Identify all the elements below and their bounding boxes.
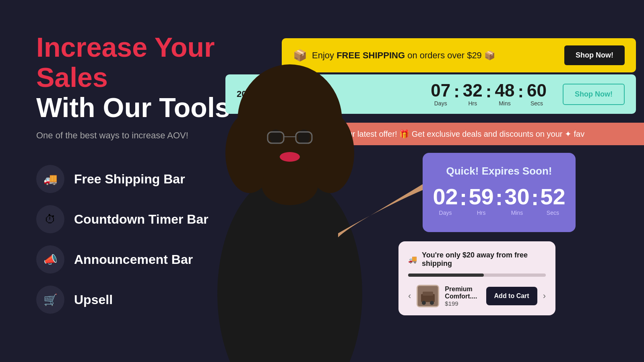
progress-bar-fill — [408, 274, 484, 277]
expires-mins-group: 30 Mins — [504, 185, 529, 216]
expires-hrs-value: 59 — [469, 185, 493, 208]
svg-point-12 — [280, 152, 300, 162]
add-to-cart-button[interactable]: Add to Cart — [486, 287, 537, 305]
expires-days-group: 02 Days — [433, 185, 458, 216]
separator-3: : — [518, 82, 524, 100]
countdown-icon: ⏱ — [36, 205, 64, 233]
expires-secs-label: Secs — [547, 210, 559, 216]
expires-hrs-label: Hrs — [477, 210, 486, 216]
woman-image — [153, 32, 427, 362]
expires-mins-label: Mins — [511, 210, 523, 216]
expires-sep-2: : — [495, 186, 503, 209]
product-name: Premium Comfort.... — [445, 286, 480, 300]
next-arrow-button[interactable]: › — [543, 291, 546, 301]
shop-now-button-countdown[interactable]: Shop Now! — [563, 84, 625, 105]
expires-secs-group: 52 Secs — [540, 185, 565, 216]
countdown-days-label: Days — [434, 100, 447, 107]
expires-title: Quick! Expires Soon! — [432, 165, 566, 177]
expires-sep-1: : — [460, 186, 467, 209]
shipping-progress-header: 🚚 You're only $20 away from free shippin… — [408, 251, 546, 268]
expires-days-label: Days — [439, 210, 452, 216]
countdown-mins-label: Mins — [499, 100, 511, 107]
separator-2: : — [486, 82, 492, 100]
product-price: $199 — [445, 300, 480, 307]
upsell-icon: 🛒 — [36, 286, 64, 314]
countdown-hrs-label: Hrs — [468, 100, 477, 107]
countdown-mins-value: 48 — [495, 82, 514, 99]
countdown-secs-value: 60 — [527, 82, 547, 99]
expires-days-value: 02 — [433, 185, 458, 208]
countdown-hrs-value: 32 — [463, 82, 483, 99]
svg-rect-18 — [423, 292, 433, 296]
expires-hrs-group: 59 Hrs — [469, 185, 493, 216]
shipping-progress-card: 🚚 You're only $20 away from free shippin… — [398, 241, 555, 315]
shipping-progress-text: You're only $20 away from free shipping — [422, 251, 546, 268]
countdown-days-value: 07 — [431, 82, 450, 99]
countdown-digits: 07 Days : 32 Hrs : 48 Mins : 60 Secs — [431, 82, 547, 107]
announcement-icon: 📣 — [36, 245, 64, 274]
progress-bar-background — [408, 274, 546, 277]
upsell-label: Upsell — [74, 292, 113, 307]
product-thumbnail — [417, 285, 439, 307]
expires-digits: 02 Days : 59 Hrs : 30 Mins : 52 Secs — [432, 185, 566, 216]
countdown-secs-group: 60 Secs — [527, 82, 547, 107]
free-shipping-icon: 🚚 — [36, 165, 64, 193]
prev-arrow-button[interactable]: ‹ — [408, 291, 411, 301]
countdown-days-group: 07 Days — [431, 82, 450, 107]
shop-now-button-shipping[interactable]: Shop Now! — [564, 45, 625, 65]
countdown-secs-label: Secs — [530, 100, 543, 107]
expires-mins-value: 30 — [504, 185, 529, 208]
svg-point-17 — [430, 301, 434, 305]
shipping-progress-icon: 🚚 — [408, 255, 417, 264]
expires-sep-3: : — [531, 186, 539, 209]
product-info: Premium Comfort.... $199 — [445, 286, 480, 307]
countdown-mins-group: 48 Mins — [495, 82, 514, 107]
countdown-hrs-group: 32 Hrs — [463, 82, 483, 107]
svg-point-16 — [422, 301, 426, 305]
expires-card: Quick! Expires Soon! 02 Days : 59 Hrs : … — [423, 153, 576, 232]
separator-1: : — [454, 82, 460, 100]
svg-point-6 — [262, 165, 318, 205]
expires-secs-value: 52 — [540, 185, 565, 208]
product-row: ‹ Premium Comfort.... $199 Add to Cart › — [408, 285, 546, 307]
